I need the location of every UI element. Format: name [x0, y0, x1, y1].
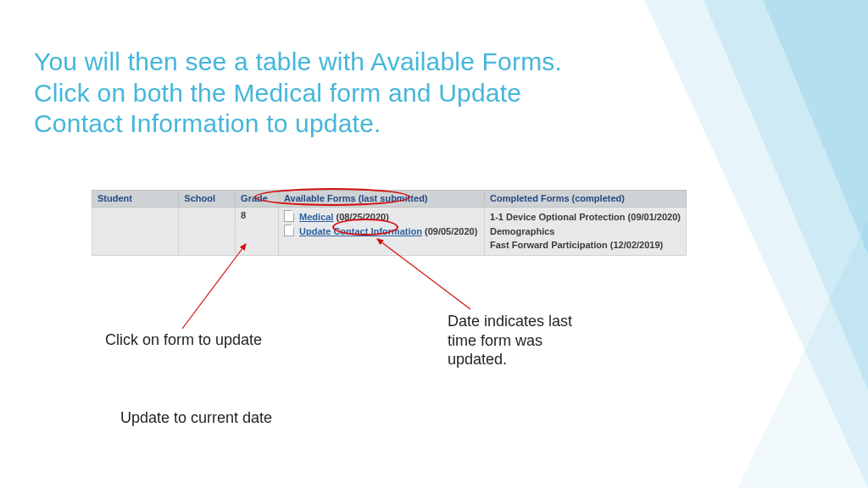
cell-completed-forms: 1-1 Device Optional Protection (09/01/20…	[485, 208, 687, 256]
form-date: (08/25/2020)	[337, 212, 389, 222]
forms-table: Student School Grade Available Forms (la…	[92, 190, 687, 256]
col-student: Student	[92, 191, 179, 208]
cell-school	[179, 208, 236, 256]
completed-form: Fast Forward Participation (12/02/2019)	[490, 238, 681, 252]
form-date: (09/05/2020)	[425, 226, 477, 236]
col-available: Available Forms (last submitted)	[279, 191, 485, 208]
callout-update-current: Update to current date	[120, 408, 272, 428]
cell-available-forms: Medical (08/25/2020) Update Contact Info…	[279, 208, 485, 256]
completed-form: 1-1 Device Optional Protection (09/01/20…	[490, 210, 681, 225]
table-row: 8 Medical (08/25/2020) Update Contact In…	[92, 208, 687, 256]
cell-student	[92, 208, 179, 256]
callout-click-form: Click on form to update	[105, 330, 262, 350]
form-link-update-contact[interactable]: Update Contact Information	[299, 226, 422, 236]
svg-marker-1	[704, 0, 868, 390]
col-grade: Grade	[236, 191, 279, 208]
col-school: School	[179, 191, 236, 208]
slide: You will then see a table with Available…	[0, 0, 868, 488]
document-icon	[284, 210, 294, 222]
document-icon	[284, 225, 294, 236]
svg-marker-2	[763, 0, 868, 254]
form-link-medical[interactable]: Medical	[299, 212, 333, 222]
cell-grade: 8	[236, 208, 279, 256]
col-completed: Completed Forms (completed)	[485, 191, 687, 208]
callout-date-meaning: Date indicates last time form was update…	[448, 312, 592, 369]
slide-title: You will then see a table with Available…	[34, 47, 576, 140]
completed-form: Demographics	[490, 225, 681, 239]
svg-line-4	[182, 244, 246, 329]
svg-marker-3	[737, 220, 868, 488]
